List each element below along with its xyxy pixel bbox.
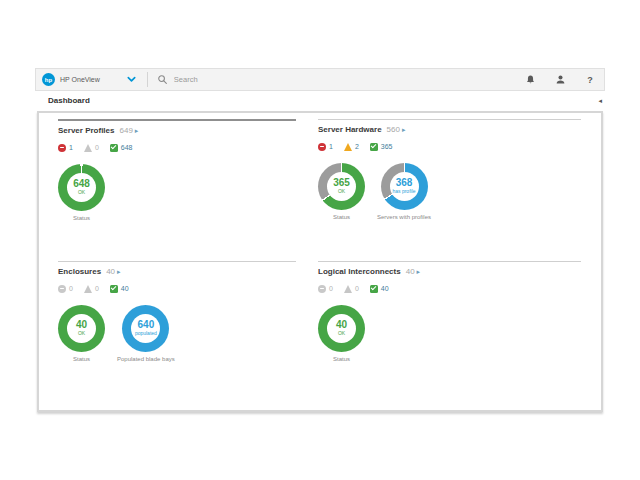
warning-count-label: 0 [355,285,359,292]
critical-count[interactable]: 0 [318,285,333,293]
donut-center: 365 OK [318,163,365,210]
ok-count-label: 40 [121,285,129,292]
help-icon: ? [587,75,593,85]
panel-server-hardware: Server Hardware 560 ▸ 1 2 365 [318,119,581,261]
ok-icon [110,144,118,152]
panel-title: Enclosures [58,267,101,276]
panel-count: 649 [119,126,132,135]
critical-icon [58,144,66,152]
donut-sublabel: has profile [392,188,415,195]
notifications-button[interactable] [524,74,536,86]
user-session-button[interactable] [554,74,566,86]
critical-count-label: 1 [329,143,333,150]
panel-enclosures: Enclosures 40 ▸ 0 0 40 [58,261,296,403]
critical-count-label: 0 [329,285,333,292]
top-navigation-bar: hp HP OneView ? [35,68,605,91]
help-button[interactable]: ? [584,74,596,86]
ok-count[interactable]: 40 [370,285,389,293]
donut-caption: Status [333,214,350,220]
ok-count[interactable]: 40 [110,285,129,293]
warning-count[interactable]: 0 [84,144,99,152]
status-donut[interactable]: 648 OK [58,164,105,211]
ok-icon [110,285,118,293]
ok-icon [370,285,378,293]
warning-count-label: 0 [95,144,99,151]
page-title: Dashboard [48,96,90,105]
donut-row: 40 OK Status 640 populated [58,305,296,362]
donut-value: 365 [333,178,350,188]
critical-count[interactable]: 0 [58,285,73,293]
donut-row: 40 OK Status [318,305,581,362]
logical-interconnects-link[interactable]: Logical Interconnects 40 ▸ [318,267,581,276]
status-donut[interactable]: 40 OK [58,305,105,352]
enclosures-link[interactable]: Enclosures 40 ▸ [58,267,296,276]
donut-value: 368 [396,178,413,188]
panel-logical-interconnects: Logical Interconnects 40 ▸ 0 0 4 [318,261,581,403]
dashboard-grid: Server Profiles 649 ▸ 1 0 648 [39,113,601,403]
warning-count[interactable]: 0 [344,285,359,293]
ok-count-label: 365 [381,143,393,150]
populated-blade-bays-donut[interactable]: 640 populated [122,305,169,352]
warning-icon [84,285,92,293]
main-menu-button[interactable] [126,71,137,89]
ok-count[interactable]: 365 [370,143,393,151]
critical-count-label: 0 [69,285,73,292]
ok-count-label: 648 [121,144,133,151]
status-donut-block: 40 OK Status [58,305,105,362]
ok-count[interactable]: 648 [110,144,133,152]
server-profiles-link[interactable]: Server Profiles 649 ▸ [58,126,296,135]
panel-count: 560 [387,125,400,134]
panel-divider [58,261,296,262]
warning-count[interactable]: 2 [344,143,359,151]
blade-bays-donut-block: 640 populated Populated blade bays [117,305,175,362]
user-icon [555,71,566,89]
panel-divider [318,119,581,120]
dashboard-content: Server Profiles 649 ▸ 1 0 648 [37,111,603,412]
critical-icon [58,285,66,293]
critical-count[interactable]: 1 [58,144,73,152]
panel-title: Server Hardware [318,125,382,134]
warning-count[interactable]: 0 [84,285,99,293]
panel-count: 40 [106,267,115,276]
donut-center: 368 has profile [381,163,428,210]
critical-count[interactable]: 1 [318,143,333,151]
status-donut-block: 648 OK Status [58,164,105,221]
profiles-donut-block: 368 has profile Servers with profiles [377,163,431,220]
topbar-divider [147,72,148,87]
donut-sublabel: OK [78,189,85,196]
status-summary: 1 2 365 [318,142,581,151]
hp-logo-icon: hp [42,73,55,86]
donut-sublabel: OK [338,330,345,337]
status-summary: 1 0 648 [58,143,296,152]
donut-sublabel: OK [338,188,345,195]
donut-value: 640 [138,320,155,330]
critical-icon [318,143,326,151]
donut-caption: Status [333,356,350,362]
collapse-panel-icon[interactable]: ◂ [598,97,602,104]
donut-center: 40 OK [58,305,105,352]
search-icon [157,71,168,89]
panel-title: Server Profiles [58,126,114,135]
donut-sublabel: OK [78,330,85,337]
status-donut[interactable]: 365 OK [318,163,365,210]
bell-icon [525,71,536,89]
donut-value: 648 [73,179,90,189]
panel-server-profiles: Server Profiles 649 ▸ 1 0 648 [58,119,296,261]
panel-title: Logical Interconnects [318,267,401,276]
donut-center: 648 OK [58,164,105,211]
page-header: Dashboard ◂ [35,91,605,110]
status-donut-block: 365 OK Status [318,163,365,220]
donut-caption: Status [73,356,90,362]
critical-count-label: 1 [69,144,73,151]
warning-icon [84,144,92,152]
server-hardware-link[interactable]: Server Hardware 560 ▸ [318,125,581,134]
search-input[interactable] [172,74,376,85]
donut-row: 365 OK Status 368 has profile [318,163,581,220]
status-summary: 0 0 40 [318,284,581,293]
donut-caption: Servers with profiles [377,214,431,220]
warning-icon [344,143,352,151]
warning-count-label: 2 [355,143,359,150]
donut-sublabel: populated [135,330,157,337]
status-donut[interactable]: 40 OK [318,305,365,352]
servers-with-profiles-donut[interactable]: 368 has profile [381,163,428,210]
